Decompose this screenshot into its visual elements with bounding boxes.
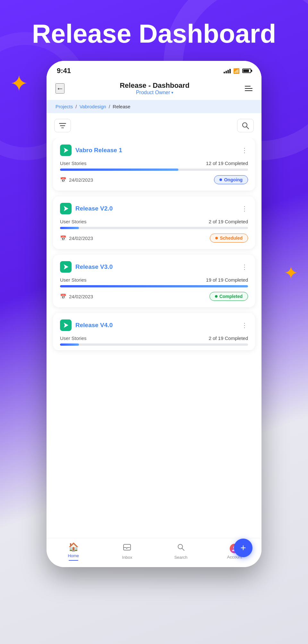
card-1-completed: 12 of 19 Completed bbox=[206, 161, 248, 166]
svg-line-11 bbox=[182, 548, 184, 550]
release-3-more-button[interactable]: ⋮ bbox=[241, 263, 248, 271]
bottom-nav: 🏠 Home Inbox bbox=[47, 538, 261, 567]
nav-item-search[interactable]: Search bbox=[168, 543, 194, 560]
nav-label-home: Home bbox=[68, 553, 79, 558]
back-button[interactable]: ← bbox=[56, 83, 64, 94]
card-1-date: 📅 24/02/2023 bbox=[60, 177, 93, 183]
card-3-status-badge: Completed bbox=[210, 292, 248, 301]
card-1-progress-fill bbox=[60, 169, 178, 171]
phone-screen: 9:41 📶 ← Release - Dashboard P bbox=[47, 61, 261, 567]
status-icons: 📶 bbox=[224, 68, 251, 74]
card-2-progress-bg bbox=[60, 227, 248, 229]
calendar-icon-3: 📅 bbox=[60, 293, 66, 300]
status-bar: 9:41 📶 bbox=[47, 61, 261, 78]
header-subtitle[interactable]: Product Owner ▾ bbox=[120, 90, 190, 95]
card-4-progress-bg bbox=[60, 343, 248, 346]
fab-add-button[interactable]: + bbox=[234, 539, 252, 557]
svg-marker-8 bbox=[64, 323, 68, 328]
card-4-stats: User Stories 2 of 19 Completed bbox=[60, 335, 248, 341]
nav-underline-home bbox=[69, 560, 78, 561]
svg-line-4 bbox=[246, 127, 249, 129]
card-4-stories-label: User Stories bbox=[60, 335, 87, 341]
card-3-header: Release V3.0 ⋮ bbox=[60, 261, 248, 273]
svg-rect-0 bbox=[59, 123, 66, 124]
release-card-3: Release V3.0 ⋮ User Stories 19 of 19 Com… bbox=[53, 255, 255, 307]
release-card-2: Release V2.0 ⋮ User Stories 2 of 19 Comp… bbox=[53, 196, 255, 249]
search-icon bbox=[242, 122, 249, 129]
home-icon: 🏠 bbox=[68, 542, 79, 552]
card-1-date-value: 24/02/2023 bbox=[69, 177, 93, 183]
badge-dot-3 bbox=[215, 295, 218, 298]
calendar-icon-1: 📅 bbox=[60, 177, 66, 183]
release-4-name[interactable]: Release V4.0 bbox=[75, 322, 113, 329]
card-1-stories-label: User Stories bbox=[60, 161, 87, 166]
menu-line-1 bbox=[245, 86, 251, 87]
card-1-stats: User Stories 12 of 19 Completed bbox=[60, 161, 248, 166]
badge-dot-2 bbox=[215, 237, 218, 239]
header-title: Release - Dashboard bbox=[120, 81, 190, 90]
filter-icon bbox=[59, 123, 66, 128]
star-decoration-right: ✦ bbox=[284, 263, 298, 283]
release-1-more-button[interactable]: ⋮ bbox=[241, 146, 248, 154]
toolbar bbox=[47, 113, 261, 138]
phone-mockup: 9:41 📶 ← Release - Dashboard P bbox=[47, 61, 261, 567]
card-3-progress-bg bbox=[60, 285, 248, 287]
calendar-icon-2: 📅 bbox=[60, 235, 66, 241]
card-2-completed: 2 of 19 Completed bbox=[209, 219, 248, 224]
card-1-header: Vabro Release 1 ⋮ bbox=[60, 144, 248, 156]
card-4-completed: 2 of 19 Completed bbox=[209, 335, 248, 341]
release-2-more-button[interactable]: ⋮ bbox=[241, 205, 248, 212]
card-2-footer: 📅 24/02/2023 Scheduled bbox=[60, 234, 248, 243]
release-3-icon bbox=[60, 261, 72, 273]
card-3-title-row: Release V3.0 bbox=[60, 261, 113, 273]
subtitle-text: Product Owner bbox=[136, 90, 170, 95]
breadcrumb: Projects / Vabrodesign / Release bbox=[47, 100, 261, 113]
wifi-icon: 📶 bbox=[233, 68, 240, 74]
signal-icon bbox=[224, 68, 231, 73]
battery-icon bbox=[242, 69, 251, 73]
header-center: Release - Dashboard Product Owner ▾ bbox=[120, 81, 190, 95]
release-2-icon bbox=[60, 203, 72, 214]
release-2-name[interactable]: Release V2.0 bbox=[75, 205, 113, 212]
card-2-date-value: 24/02/2023 bbox=[69, 235, 93, 241]
card-1-title-row: Vabro Release 1 bbox=[60, 144, 122, 156]
star-decoration-left: ✦ bbox=[10, 70, 29, 97]
card-2-status-label: Scheduled bbox=[220, 235, 243, 241]
nav-item-inbox[interactable]: Inbox bbox=[114, 543, 140, 560]
card-1-status-badge: Ongoing bbox=[214, 175, 248, 184]
search-nav-icon bbox=[177, 543, 185, 554]
filter-button[interactable] bbox=[54, 119, 71, 132]
app-header: ← Release - Dashboard Product Owner ▾ bbox=[47, 78, 261, 100]
card-2-stats: User Stories 2 of 19 Completed bbox=[60, 219, 248, 224]
breadcrumb-release: Release bbox=[113, 104, 130, 109]
nav-item-home[interactable]: 🏠 Home bbox=[61, 542, 86, 561]
status-time: 9:41 bbox=[57, 67, 71, 75]
svg-marker-5 bbox=[64, 148, 68, 153]
card-2-stories-label: User Stories bbox=[60, 219, 87, 224]
card-1-progress-bg bbox=[60, 169, 248, 171]
card-4-header: Release V4.0 ⋮ bbox=[60, 319, 248, 331]
breadcrumb-vabrodesign[interactable]: Vabrodesign bbox=[80, 104, 106, 109]
release-4-more-button[interactable]: ⋮ bbox=[241, 321, 248, 329]
release-3-name[interactable]: Release V3.0 bbox=[75, 263, 113, 270]
chevron-down-icon: ▾ bbox=[171, 90, 173, 95]
inbox-icon bbox=[123, 543, 131, 554]
svg-marker-7 bbox=[64, 264, 68, 269]
page-title: Release Dashboard bbox=[19, 19, 289, 48]
card-2-status-badge: Scheduled bbox=[210, 234, 248, 243]
cards-area: Vabro Release 1 ⋮ User Stories 12 of 19 … bbox=[47, 138, 261, 532]
card-2-header: Release V2.0 ⋮ bbox=[60, 203, 248, 214]
svg-rect-2 bbox=[61, 128, 64, 128]
breadcrumb-projects[interactable]: Projects bbox=[56, 104, 73, 109]
search-button[interactable] bbox=[237, 119, 254, 132]
card-3-date: 📅 24/02/2023 bbox=[60, 293, 93, 300]
release-card-1: Vabro Release 1 ⋮ User Stories 12 of 19 … bbox=[53, 138, 255, 191]
svg-rect-1 bbox=[60, 125, 65, 126]
release-1-icon bbox=[60, 144, 72, 156]
menu-button[interactable] bbox=[245, 86, 252, 91]
nav-label-search: Search bbox=[174, 555, 187, 560]
card-3-completed: 19 of 19 Completed bbox=[206, 277, 248, 283]
badge-dot-1 bbox=[219, 178, 222, 181]
release-4-icon bbox=[60, 319, 72, 331]
release-1-name[interactable]: Vabro Release 1 bbox=[75, 147, 122, 154]
